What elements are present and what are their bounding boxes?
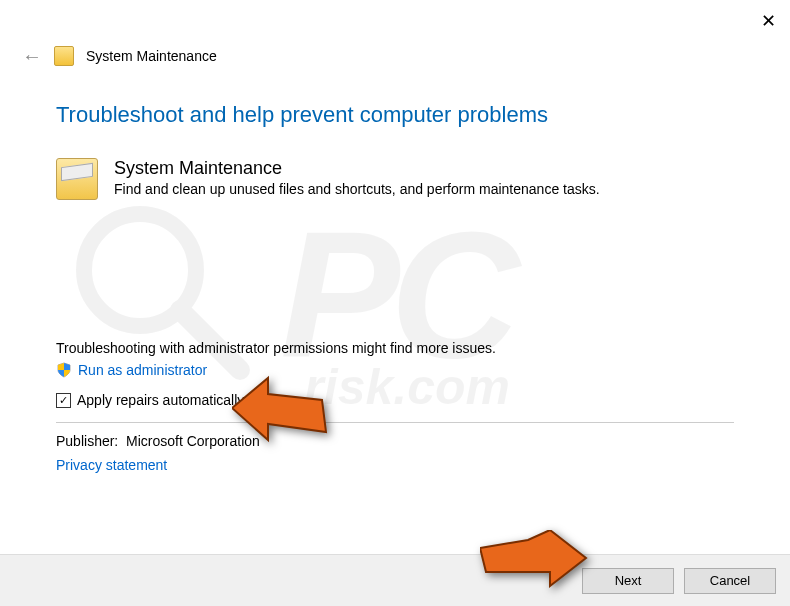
run-as-administrator-link[interactable]: Run as administrator xyxy=(78,362,207,378)
content-area: Troubleshoot and help prevent computer p… xyxy=(0,80,790,483)
system-maintenance-icon-small xyxy=(54,46,74,66)
back-arrow-icon[interactable]: ← xyxy=(22,46,42,66)
apply-repairs-checkbox[interactable]: ✓ xyxy=(56,393,71,408)
page-heading: Troubleshoot and help prevent computer p… xyxy=(56,102,734,128)
next-button[interactable]: Next xyxy=(582,568,674,594)
cancel-button[interactable]: Cancel xyxy=(684,568,776,594)
item-description: Find and clean up unused files and short… xyxy=(114,181,600,197)
button-bar: Next Cancel xyxy=(0,554,790,606)
titlebar: ✕ xyxy=(0,0,790,42)
troubleshooter-item: System Maintenance Find and clean up unu… xyxy=(56,158,734,200)
publisher-line: Publisher: Microsoft Corporation xyxy=(56,433,734,449)
admin-hint: Troubleshooting with administrator permi… xyxy=(56,340,734,356)
divider xyxy=(56,422,734,423)
uac-shield-icon xyxy=(56,362,72,378)
header-row: ← System Maintenance xyxy=(0,42,790,80)
apply-repairs-label: Apply repairs automatically xyxy=(77,392,244,408)
system-maintenance-icon xyxy=(56,158,98,200)
privacy-statement-link[interactable]: Privacy statement xyxy=(56,457,734,473)
window-title: System Maintenance xyxy=(86,48,217,64)
apply-repairs-row: ✓ Apply repairs automatically xyxy=(56,392,734,408)
run-as-admin-row: Run as administrator xyxy=(56,362,734,378)
item-title: System Maintenance xyxy=(114,158,600,179)
close-icon[interactable]: ✕ xyxy=(761,10,776,32)
